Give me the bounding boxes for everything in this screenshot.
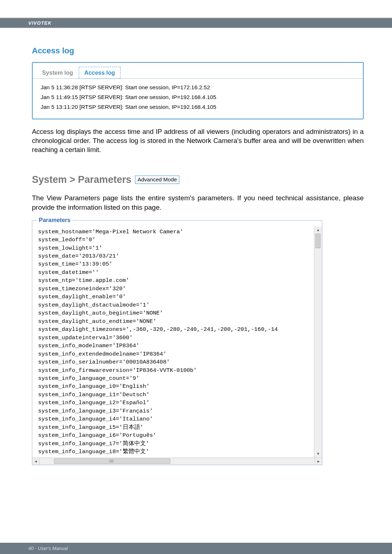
footer-bar: 40 - User's Manual (0, 543, 392, 554)
parameters-description: The View Parameters page lists the entir… (32, 193, 364, 212)
parameters-text[interactable]: system_hostname='Mega-Pixel Network Came… (32, 226, 314, 457)
parameters-heading: System > Parameters (32, 174, 131, 185)
scroll-right-icon[interactable]: ► (315, 458, 322, 464)
hscroll-track[interactable] (40, 458, 315, 465)
page-number-label: 40 - User's Manual (28, 546, 68, 551)
tab-system-log[interactable]: System log (37, 67, 78, 78)
scroll-down-icon[interactable]: ▼ (315, 450, 322, 457)
log-entry: Jan 5 13:11:20 [RTSP SERVER]: Start one … (41, 103, 358, 112)
page-content: Access log System log Access log Jan 5 1… (0, 28, 392, 465)
parameters-heading-row: System > Parameters Advanced Mode (32, 174, 364, 185)
scroll-up-icon[interactable]: ▲ (315, 226, 322, 234)
access-log-panel: System log Access log Jan 5 11:36:28 [RT… (32, 62, 364, 119)
scroll-thumb-vertical[interactable] (315, 234, 320, 248)
access-log-entries: Jan 5 11:36:28 [RTSP SERVER]: Start one … (33, 79, 363, 119)
parameters-fieldset: Parameters system_hostname='Mega-Pixel N… (32, 220, 322, 465)
horizontal-scrollbar[interactable]: ◄ ► (32, 457, 322, 465)
grip-icon (110, 460, 115, 463)
top-margin (0, 0, 392, 19)
tab-access-log[interactable]: Access log (79, 67, 120, 79)
advanced-mode-badge: Advanced Mode (135, 176, 179, 184)
brand-bar: VIVOTEK (0, 19, 392, 28)
access-log-title: Access log (32, 46, 364, 56)
parameters-panel-wrap: Parameters system_hostname='Mega-Pixel N… (32, 220, 322, 465)
vertical-scrollbar[interactable]: ▲ ▼ (314, 226, 322, 457)
log-entry: Jan 5 11:36:28 [RTSP SERVER]: Start one … (41, 83, 358, 92)
brand-text: VIVOTEK (28, 20, 52, 26)
scroll-left-icon[interactable]: ◄ (32, 458, 40, 464)
access-log-description: Access log displays the access time and … (32, 127, 364, 155)
log-entry: Jan 5 11:49:15 [RTSP SERVER]: Start one … (41, 93, 358, 102)
log-tabs: System log Access log (33, 63, 363, 79)
parameters-legend: Parameters (37, 217, 73, 223)
scroll-thumb-horizontal[interactable] (54, 459, 170, 464)
